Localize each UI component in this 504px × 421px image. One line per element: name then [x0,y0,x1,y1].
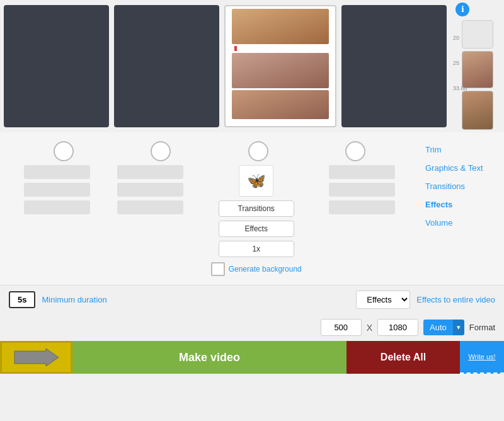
make-video-button[interactable]: Make video [0,341,346,374]
format-label: Format [469,323,495,332]
track-area: 🦋 Transitions Effects 1x Generate backgr… [0,137,419,280]
track-block-l2-r3 [117,200,183,214]
nav-link-transitions[interactable]: Transitions [425,182,498,191]
photo-thumbnail-3 [232,90,328,119]
track-circle-2 [151,141,171,161]
right-sidebar: ℹ 20 25 33.66 [450,0,504,132]
track-block-r1-r3 [329,200,395,214]
generate-bg-label[interactable]: Generate background [229,265,302,274]
nav-link-trim[interactable]: Trim [425,145,498,154]
arrow-indicator [0,341,72,374]
make-video-label: Make video [72,351,346,364]
format-x-label: X [367,323,372,333]
track-block-l1-r3 [24,200,90,214]
svg-marker-0 [14,349,59,366]
nav-link-graphics-text[interactable]: Graphics & Text [425,163,498,173]
effects-dropdown[interactable]: Effects [356,291,410,309]
nav-link-effects[interactable]: Effects [425,200,498,209]
format-height-input[interactable] [377,319,418,336]
track-block-r1-r2 [329,183,395,197]
ruler-area: 20 25 33.66 [453,35,467,91]
bottom-controls: 5s Minimum duration Effects Effects to e… [0,285,504,314]
film-panel-1 [4,5,109,127]
track-circle-4 [345,141,365,161]
min-duration-label: Minimum duration [42,295,106,304]
auto-caret-button[interactable]: ▾ [453,320,464,335]
action-row: Make video Delete All Write us! [0,341,504,374]
photo-thumbnail-1 [232,9,328,44]
track-circle-center [248,141,268,161]
track-block-l2-r1 [117,165,183,179]
ruler-mark-3: 33.66 [453,85,467,91]
effects-entire-label[interactable]: Effects to entire video [416,295,495,304]
butterfly-thumb: 🦋 [239,165,273,197]
film-panel-2 [114,5,219,127]
sidebar-thumb-2 [462,91,493,130]
generate-bg-checkbox[interactable] [211,262,225,276]
photo-thumbnail-2 [232,53,328,88]
write-us-button[interactable]: Write us! [460,341,504,374]
film-panel-4 [341,5,447,127]
track-block-l2-r2 [117,183,183,197]
film-panel-active[interactable] [224,5,337,127]
auto-button[interactable]: Auto [423,320,453,335]
delete-all-button[interactable]: Delete All [346,341,460,374]
right-nav: Trim Graphics & Text Transitions Effects… [419,137,504,280]
format-width-input[interactable] [321,319,362,336]
info-button[interactable]: ℹ [455,3,469,16]
duration-badge[interactable]: 5s [9,291,35,308]
red-bar-indicator [234,46,237,51]
effects-button[interactable]: Effects [219,221,294,237]
ruler-mark-2: 25 [453,60,467,66]
track-block-l1-r1 [24,165,90,179]
speed-button[interactable]: 1x [219,241,294,257]
ruler-mark-1: 20 [453,35,467,41]
track-block-l1-r2 [24,183,90,197]
track-block-r1-r1 [329,165,395,179]
nav-link-volume[interactable]: Volume [425,218,498,228]
transitions-button[interactable]: Transitions [219,200,294,217]
track-circle-1 [54,141,74,161]
format-row: X Auto ▾ Format [0,314,504,341]
arrow-icon [11,348,62,367]
